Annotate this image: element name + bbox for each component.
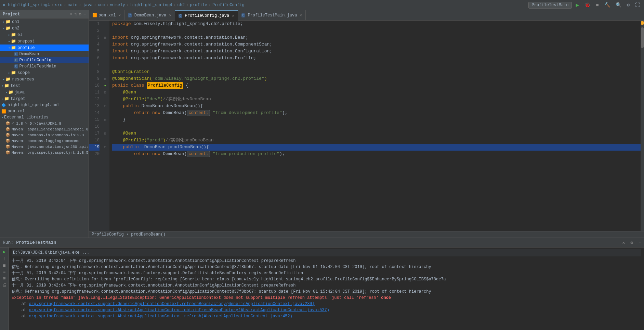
tab-icon-profileconfig: C [179,14,182,18]
lib-icon: 📦 [5,144,10,149]
sidebar-item-el[interactable]: ▸ 📁 el [0,31,89,38]
lib-icon: 📦 [5,150,10,155]
editor-breadcrumb: ProfileConfig › prodDemoBean() [89,231,644,238]
sidebar-item-ch1[interactable]: ▸ 📁 ch1 [0,18,89,25]
search-icon[interactable]: 🔍 [614,1,623,9]
sidebar-item-label: highlight_spring4.iml [8,103,59,107]
warning-marker [641,21,644,25]
maximize-icon[interactable]: ⛶ [634,2,641,9]
lib-icon: 📦 [5,121,10,126]
debug-button[interactable]: 🐞 [583,1,592,9]
run-print-button[interactable]: 🖨 [2,282,6,288]
run-minimize-icon[interactable]: − [639,240,641,245]
fold-icon[interactable]: ⊟ [104,104,106,108]
arrow-icon: ▸ [3,20,5,24]
fold-icon[interactable]: ⊟ [104,118,106,122]
run-filter-button[interactable]: ⊟ [3,276,5,281]
fold-icon[interactable]: ⊟ [104,77,106,81]
sidebar-item-ch2[interactable]: ▾ 📁 ch2 [0,25,89,31]
code-editor[interactable]: 1 2 3 4 5 6 7 8 9 10 11 12 13 14 15 16 1 [89,21,644,231]
folder-icon: 📁 [11,39,16,44]
run-stop-button[interactable]: ■ [3,263,5,268]
breadcrumb-text: ProfileConfig › prodDemoBean() [92,232,166,237]
sidebar-item-label: el [17,33,22,37]
fold-icon[interactable]: ⊟ [104,36,106,40]
line-num: 17 [89,130,100,137]
run-close-icon[interactable]: ✕ [622,240,625,245]
line-num: 1 [89,21,100,27]
code-line-16 [112,123,641,130]
tab-demobean[interactable]: C DemoBean.java ✕ [124,10,175,21]
sidebar-item-target[interactable]: ▸ 📁 target [0,96,89,102]
sidebar-item-maven-java-annotation[interactable]: 📦 Maven: java.annotation:jsr250-api:1. [0,144,89,150]
line-num: 13 [89,103,100,110]
run-content: ▶ ↑ ■ ≡ ⊟ 🖨 D:\Java\JDK1.8\bin\java.exe … [0,248,644,330]
sidebar-item-profiletestmain[interactable]: C ProfileTestMain [0,63,89,69]
run-scroll-console-button[interactable]: ≡ [3,270,5,275]
sidebar-item-profileconfig[interactable]: C ProfileConfig [0,57,89,63]
sidebar-item-extlibs[interactable]: ▾ External Libraries [0,114,89,120]
stack-trace-link[interactable]: org.springframework.context.support.Gene… [29,302,314,306]
sidebar-minimize-icon[interactable]: − [83,12,86,17]
tab-profileconfig[interactable]: C ProfileConfig.java ✕ [175,10,238,21]
run-rerun-button[interactable]: ↑ [3,256,5,262]
sidebar-icon-1[interactable]: ⊕ [70,12,72,17]
sidebar-item-maven-aspectirt[interactable]: 📦 Maven: org.aspectj:aspectjrt:1.8.5 [0,150,89,155]
tab-pom[interactable]: 🟧 pom.xml ✕ [89,10,124,21]
close-tab-profiletestmain[interactable]: ✕ [300,13,302,17]
code-line-2 [112,27,641,34]
lib-icon: 📦 [5,139,10,143]
fold-icon[interactable]: ⊟ [104,131,106,136]
stack-trace-link[interactable]: org.springframework.context.support.Abst… [29,308,329,313]
sidebar-item-test[interactable]: ▾ 📁 test [0,82,89,89]
line-num: 19 [89,144,100,151]
run-output-line: 信息: Refreshing org.springframework.conte… [12,289,641,295]
line-num: 2 [89,27,100,34]
sidebar-item-scope[interactable]: ▸ 📁 scope [0,69,89,76]
build-button[interactable]: 🔨 [603,1,612,9]
fold-icon[interactable]: ⊟ [104,90,106,94]
sidebar-settings-icon[interactable]: ⚙ [79,12,81,17]
sidebar-item-java[interactable]: ▸ 📁 java [0,89,89,96]
run-label: Run: [3,240,13,245]
run-button[interactable]: ▶ [575,1,581,9]
sidebar-item-maven-aop[interactable]: 📦 Maven: aopalliance:aopalliance:1.0 [0,126,89,132]
fold-icon[interactable]: ⊟ [104,145,106,149]
settings-icon[interactable]: ⚙ [626,1,631,9]
sidebar-item-prepost[interactable]: ▸ 📁 prepost [0,38,89,45]
tab-profiletestmain[interactable]: C ProfileTestMain.java ✕ [238,10,306,21]
sidebar-item-pomxml[interactable]: 🟧 pom.xml [0,108,89,114]
close-tab-pom[interactable]: ✕ [118,13,121,17]
sidebar-item-label: pom.xml [8,109,25,114]
code-text[interactable]: package com.wisely.highlight_spring4.ch2… [109,21,641,231]
line-num: 8 [89,68,100,75]
run-header: Run: ProfileTestMain ✕ ⚙ − [0,238,644,248]
editor-scrollbar[interactable] [641,21,644,231]
stop-button[interactable]: ■ [594,2,600,9]
java-icon: C [14,58,18,62]
sidebar-item-jdk[interactable]: 📦 < 1.8 > D:\Java\JDK1.8 [0,120,89,126]
sidebar-item-resources[interactable]: ▸ 📁 resources [0,76,89,82]
code-line-12: @Profile("dev")//实例化devDemoBean [112,96,641,103]
arrow-icon: ▸ [3,77,5,81]
close-tab-demobean[interactable]: ✕ [169,13,171,17]
sidebar-item-maven-commons-io[interactable]: 📦 Maven: commons-io:commons-io:2.3 [0,132,89,138]
sidebar-item-maven-commons-logging[interactable]: 📦 Maven: commons-logging:commons [0,138,89,144]
sidebar-icon-2[interactable]: ⇅ [74,12,77,17]
run-play-button[interactable]: ▶ [3,249,5,255]
gutter-col: ⊟ ⊟ ● ⊟ ⊟ ⊟ ⊟ ⊟ [101,21,109,231]
run-name: ProfileTestMain [16,240,56,245]
close-tab-profileconfig[interactable]: ✕ [232,13,234,18]
line-num: 11 [89,89,100,96]
line-num: 10 [89,82,100,89]
scrollbar-thumb[interactable] [641,27,644,48]
stack-trace-link[interactable]: org.springframework.context.support.Abst… [29,314,292,319]
xml-icon: 🟧 [1,109,6,114]
arrow-icon: ▾ [1,115,3,119]
sidebar-item-demobean[interactable]: C DemoBean [0,51,89,57]
run-config-selector[interactable]: ProfileTestMain [528,2,571,9]
arrow-icon: ▸ [5,90,8,94]
sidebar-item-iml[interactable]: 🔷 highlight_spring4.iml [0,102,89,108]
sidebar-item-profile[interactable]: ▾ 📁 profile [0,45,89,51]
run-settings-icon[interactable]: ⚙ [630,240,633,245]
